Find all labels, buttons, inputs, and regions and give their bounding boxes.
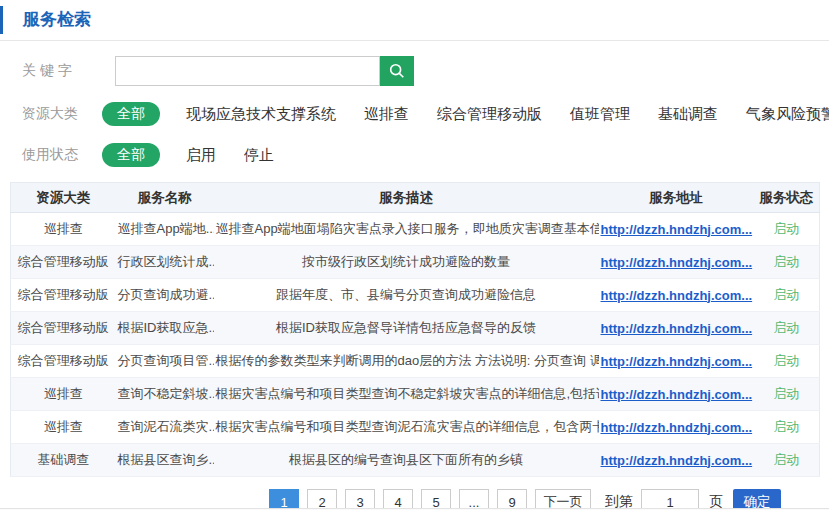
header-service-url: 服务地址	[599, 183, 754, 213]
resource-category-cell: 综合管理移动版	[11, 246, 116, 279]
service-name-cell: 根据县区查询乡...	[116, 444, 214, 477]
table-row: 巡排查查询不稳定斜坡...根据灾害点编号和项目类型查询不稳定斜坡灾害点的详细信息…	[11, 378, 820, 411]
service-url-link-cell: http://dzzh.hndzhj.com...	[599, 312, 754, 345]
keyword-row: 关 键 字	[22, 56, 829, 86]
service-url-link-cell: http://dzzh.hndzhj.com...	[599, 378, 754, 411]
service-status-cell: 启动	[754, 279, 820, 312]
service-name-cell: 查询泥石流类灾...	[116, 411, 214, 444]
filter-option[interactable]: 启用	[186, 146, 216, 165]
resource-category-cell: 巡排查	[11, 213, 116, 246]
title-bar: 服务检索	[0, 6, 829, 34]
service-url-link-cell: http://dzzh.hndzhj.com...	[599, 444, 754, 477]
header-resource-category: 资源大类	[11, 183, 116, 213]
service-name-cell: 根据ID获取应急...	[116, 312, 214, 345]
filter-option[interactable]: 现场应急技术支撑系统	[186, 105, 336, 124]
page-button-2[interactable]: 2	[307, 489, 337, 510]
page-button-5[interactable]: 5	[421, 489, 451, 510]
search-icon	[388, 62, 406, 80]
page-button-9[interactable]: 9	[497, 489, 527, 510]
status-badge: 启动	[773, 452, 799, 467]
header-service-name: 服务名称	[116, 183, 214, 213]
service-description-cell: 按市级行政区划统计成功避险的数量	[214, 246, 599, 279]
keyword-label: 关 键 字	[22, 62, 82, 80]
service-url-link[interactable]: http://dzzh.hndzhj.com...	[601, 420, 753, 435]
service-status-cell: 启动	[754, 312, 820, 345]
filter-option[interactable]: 值班管理	[570, 105, 630, 124]
service-name-cell: 分页查询项目管...	[116, 345, 214, 378]
page-ellipsis[interactable]: ...	[459, 489, 489, 510]
filter-row-resource-category: 资源大类 全部现场应急技术支撑系统巡排查综合管理移动版值班管理基础调查气象风险预…	[22, 101, 829, 127]
header-service-status: 服务状态	[754, 183, 820, 213]
service-url-link[interactable]: http://dzzh.hndzhj.com...	[601, 321, 753, 336]
table-row: 巡排查查询泥石流类灾...根据灾害点编号和项目类型查询泥石流灾害点的详细信息，包…	[11, 411, 820, 444]
divider	[0, 40, 829, 41]
status-badge: 启动	[773, 353, 799, 368]
service-status-cell: 启动	[754, 444, 820, 477]
filter-option-selected[interactable]: 全部	[102, 102, 160, 126]
resource-category-cell: 基础调查	[11, 444, 116, 477]
resource-category-cell: 巡排查	[11, 378, 116, 411]
service-url-link[interactable]: http://dzzh.hndzhj.com...	[601, 354, 753, 369]
service-description-cell: 跟据年度、市、县编号分页查询成功避险信息	[214, 279, 599, 312]
filter-option[interactable]: 巡排查	[364, 105, 409, 124]
service-url-link[interactable]: http://dzzh.hndzhj.com...	[601, 255, 753, 270]
service-description-cell: 根据传的参数类型来判断调用的dao层的方法 方法说明: 分页查询 调...	[214, 345, 599, 378]
service-status-cell: 启动	[754, 378, 820, 411]
service-url-link[interactable]: http://dzzh.hndzhj.com...	[601, 222, 753, 237]
resource-category-cell: 综合管理移动版	[11, 345, 116, 378]
table-row: 基础调查根据县区查询乡...根据县区的编号查询县区下面所有的乡镇http://d…	[11, 444, 820, 477]
filter-row-usage-status: 使用状态 全部启用停止	[22, 142, 829, 168]
page-button-3[interactable]: 3	[345, 489, 375, 510]
table-row: 巡排查巡排查App端地...巡排查App端地面塌陷灾害点录入接口服务，即地质灾害…	[11, 213, 820, 246]
table-row: 综合管理移动版分页查询项目管...根据传的参数类型来判断调用的dao层的方法 方…	[11, 345, 820, 378]
confirm-button[interactable]: 确定	[733, 489, 781, 510]
service-url-link-cell: http://dzzh.hndzhj.com...	[599, 213, 754, 246]
service-url-link[interactable]: http://dzzh.hndzhj.com...	[601, 453, 753, 468]
service-status-cell: 启动	[754, 213, 820, 246]
resource-category-cell: 综合管理移动版	[11, 312, 116, 345]
filter-option[interactable]: 停止	[244, 146, 274, 165]
page-title: 服务检索	[23, 10, 91, 29]
table-row: 综合管理移动版分页查询成功避...跟据年度、市、县编号分页查询成功避险信息htt…	[11, 279, 820, 312]
service-description-cell: 巡排查App端地面塌陷灾害点录入接口服务，即地质灾害调查基本信...	[214, 213, 599, 246]
service-description-cell: 根据灾害点编号和项目类型查询泥石流灾害点的详细信息，包含两卡...	[214, 411, 599, 444]
keyword-input[interactable]	[115, 56, 380, 86]
service-url-link[interactable]: http://dzzh.hndzhj.com...	[601, 387, 753, 402]
status-badge: 启动	[773, 254, 799, 269]
filter-option[interactable]: 气象风险预警系统	[746, 105, 829, 124]
status-badge: 启动	[773, 221, 799, 236]
status-badge: 启动	[773, 386, 799, 401]
table-row: 综合管理移动版根据ID获取应急...根据ID获取应急督导详情包括应急督导的反馈h…	[11, 312, 820, 345]
service-status-cell: 启动	[754, 345, 820, 378]
table-header: 资源大类 服务名称 服务描述 服务地址 服务状态	[11, 183, 820, 213]
service-url-link[interactable]: http://dzzh.hndzhj.com...	[601, 288, 753, 303]
service-url-link-cell: http://dzzh.hndzhj.com...	[599, 279, 754, 312]
service-description-cell: 根据县区的编号查询县区下面所有的乡镇	[214, 444, 599, 477]
page-button-4[interactable]: 4	[383, 489, 413, 510]
next-page-button[interactable]: 下一页	[535, 489, 591, 510]
status-badge: 启动	[773, 419, 799, 434]
resource-category-cell: 综合管理移动版	[11, 279, 116, 312]
filter-options: 全部现场应急技术支撑系统巡排查综合管理移动版值班管理基础调查气象风险预警系统	[102, 102, 829, 126]
resource-category-cell: 巡排查	[11, 411, 116, 444]
filter-options: 全部启用停止	[102, 143, 302, 167]
filter-option[interactable]: 综合管理移动版	[437, 105, 542, 124]
header-service-description: 服务描述	[214, 183, 599, 213]
service-name-cell: 行政区划统计成...	[116, 246, 214, 279]
status-badge: 启动	[773, 320, 799, 335]
filter-option[interactable]: 基础调查	[658, 105, 718, 124]
service-status-cell: 启动	[754, 411, 820, 444]
filter-option-selected[interactable]: 全部	[102, 143, 160, 167]
table-row: 综合管理移动版行政区划统计成...按市级行政区划统计成功避险的数量http://…	[11, 246, 820, 279]
filter-label: 资源大类	[22, 105, 82, 123]
service-description-cell: 根据ID获取应急督导详情包括应急督导的反馈	[214, 312, 599, 345]
service-name-cell: 分页查询成功避...	[116, 279, 214, 312]
service-url-link-cell: http://dzzh.hndzhj.com...	[599, 246, 754, 279]
service-status-cell: 启动	[754, 246, 820, 279]
service-search-panel: 服务检索 关 键 字 资源大类 全部现场应急技术支撑系统巡排查综合管理移动版值班…	[0, 6, 829, 510]
service-url-link-cell: http://dzzh.hndzhj.com...	[599, 345, 754, 378]
page-button-1[interactable]: 1	[269, 489, 299, 510]
search-button[interactable]	[380, 56, 414, 86]
page-buttons: 12345...9	[269, 489, 535, 510]
goto-page-input[interactable]	[641, 489, 699, 510]
